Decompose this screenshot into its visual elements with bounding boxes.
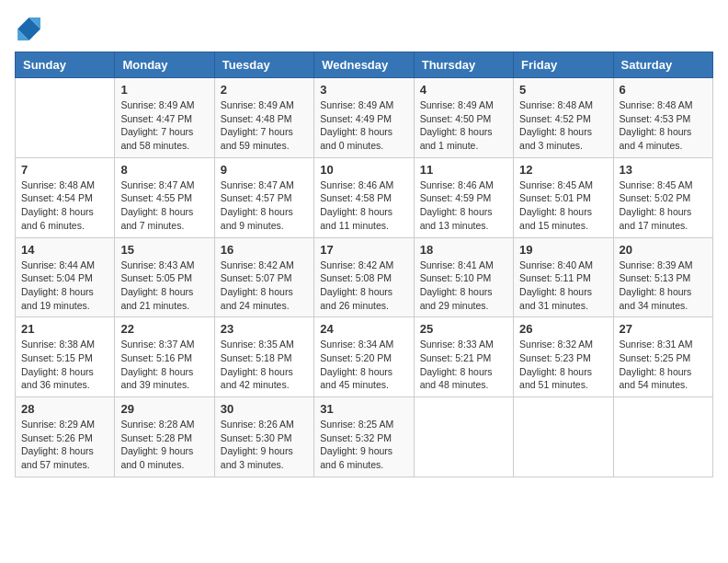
day-cell: 5Sunrise: 8:48 AM Sunset: 4:52 PM Daylig… [514, 78, 613, 158]
day-cell [16, 78, 115, 158]
day-number: 21 [21, 322, 108, 336]
logo [15, 15, 44, 40]
day-info: Sunrise: 8:26 AM Sunset: 5:30 PM Dayligh… [221, 418, 308, 472]
day-number: 4 [420, 83, 507, 97]
day-cell: 24Sunrise: 8:34 AM Sunset: 5:20 PM Dayli… [314, 317, 414, 397]
day-info: Sunrise: 8:47 AM Sunset: 4:57 PM Dayligh… [221, 178, 308, 233]
day-info: Sunrise: 8:49 AM Sunset: 4:50 PM Dayligh… [420, 98, 507, 153]
day-cell: 25Sunrise: 8:33 AM Sunset: 5:21 PM Dayli… [414, 317, 513, 397]
day-cell: 8Sunrise: 8:47 AM Sunset: 4:55 PM Daylig… [115, 157, 214, 237]
day-number: 15 [120, 243, 208, 257]
day-info: Sunrise: 8:35 AM Sunset: 5:18 PM Dayligh… [221, 338, 308, 392]
day-cell: 14Sunrise: 8:44 AM Sunset: 5:04 PM Dayli… [16, 237, 115, 317]
day-info: Sunrise: 8:49 AM Sunset: 4:47 PM Dayligh… [120, 98, 208, 153]
day-info: Sunrise: 8:25 AM Sunset: 5:32 PM Dayligh… [320, 418, 407, 472]
day-number: 1 [120, 83, 208, 97]
day-cell [613, 397, 712, 477]
day-number: 18 [420, 243, 507, 257]
day-cell: 21Sunrise: 8:38 AM Sunset: 5:15 PM Dayli… [16, 317, 115, 397]
day-number: 30 [221, 402, 308, 416]
day-cell [414, 397, 513, 477]
day-number: 9 [221, 163, 308, 177]
day-cell: 9Sunrise: 8:47 AM Sunset: 4:57 PM Daylig… [214, 157, 313, 237]
header-day-saturday: Saturday [613, 52, 712, 78]
day-cell: 4Sunrise: 8:49 AM Sunset: 4:50 PM Daylig… [414, 78, 513, 158]
day-info: Sunrise: 8:31 AM Sunset: 5:25 PM Dayligh… [620, 338, 707, 392]
day-cell: 6Sunrise: 8:48 AM Sunset: 4:53 PM Daylig… [613, 78, 712, 158]
day-number: 27 [620, 322, 707, 336]
logo-icon [15, 15, 40, 40]
day-cell: 22Sunrise: 8:37 AM Sunset: 5:16 PM Dayli… [115, 317, 214, 397]
day-number: 5 [519, 83, 607, 97]
day-number: 22 [120, 322, 208, 336]
day-cell: 23Sunrise: 8:35 AM Sunset: 5:18 PM Dayli… [214, 317, 313, 397]
day-number: 23 [221, 322, 308, 336]
day-info: Sunrise: 8:42 AM Sunset: 5:07 PM Dayligh… [221, 259, 308, 313]
calendar: SundayMondayTuesdayWednesdayThursdayFrid… [15, 52, 713, 477]
calendar-header: SundayMondayTuesdayWednesdayThursdayFrid… [16, 52, 713, 78]
header-day-sunday: Sunday [16, 52, 115, 78]
day-cell: 1Sunrise: 8:49 AM Sunset: 4:47 PM Daylig… [115, 78, 214, 158]
day-info: Sunrise: 8:48 AM Sunset: 4:52 PM Dayligh… [519, 98, 607, 153]
day-cell: 26Sunrise: 8:32 AM Sunset: 5:23 PM Dayli… [514, 317, 613, 397]
week-row-2: 14Sunrise: 8:44 AM Sunset: 5:04 PM Dayli… [16, 237, 713, 317]
day-number: 16 [221, 243, 308, 257]
day-info: Sunrise: 8:49 AM Sunset: 4:49 PM Dayligh… [320, 98, 407, 153]
calendar-body: 1Sunrise: 8:49 AM Sunset: 4:47 PM Daylig… [16, 78, 713, 477]
day-number: 6 [620, 83, 707, 97]
day-number: 11 [420, 163, 507, 177]
week-row-0: 1Sunrise: 8:49 AM Sunset: 4:47 PM Daylig… [16, 78, 713, 158]
day-cell: 16Sunrise: 8:42 AM Sunset: 5:07 PM Dayli… [214, 237, 313, 317]
day-cell: 28Sunrise: 8:29 AM Sunset: 5:26 PM Dayli… [16, 397, 115, 477]
header-day-monday: Monday [115, 52, 214, 78]
day-cell: 30Sunrise: 8:26 AM Sunset: 5:30 PM Dayli… [214, 397, 313, 477]
week-row-3: 21Sunrise: 8:38 AM Sunset: 5:15 PM Dayli… [16, 317, 713, 397]
day-info: Sunrise: 8:44 AM Sunset: 5:04 PM Dayligh… [21, 259, 108, 313]
week-row-4: 28Sunrise: 8:29 AM Sunset: 5:26 PM Dayli… [16, 397, 713, 477]
day-number: 8 [120, 163, 208, 177]
day-cell: 29Sunrise: 8:28 AM Sunset: 5:28 PM Dayli… [115, 397, 214, 477]
day-number: 26 [519, 322, 607, 336]
day-cell: 27Sunrise: 8:31 AM Sunset: 5:25 PM Dayli… [613, 317, 712, 397]
day-number: 24 [320, 322, 407, 336]
day-number: 12 [519, 163, 607, 177]
day-number: 28 [21, 402, 108, 416]
day-info: Sunrise: 8:39 AM Sunset: 5:13 PM Dayligh… [620, 259, 707, 313]
day-number: 13 [620, 163, 707, 177]
day-info: Sunrise: 8:43 AM Sunset: 5:05 PM Dayligh… [120, 259, 208, 313]
header-day-thursday: Thursday [414, 52, 513, 78]
day-number: 17 [320, 243, 407, 257]
day-number: 25 [420, 322, 507, 336]
day-info: Sunrise: 8:37 AM Sunset: 5:16 PM Dayligh… [120, 338, 208, 392]
header-day-wednesday: Wednesday [314, 52, 414, 78]
day-info: Sunrise: 8:46 AM Sunset: 4:58 PM Dayligh… [320, 178, 407, 233]
day-cell: 20Sunrise: 8:39 AM Sunset: 5:13 PM Dayli… [613, 237, 712, 317]
header-row: SundayMondayTuesdayWednesdayThursdayFrid… [16, 52, 713, 78]
day-info: Sunrise: 8:45 AM Sunset: 5:01 PM Dayligh… [519, 178, 607, 233]
day-cell: 17Sunrise: 8:42 AM Sunset: 5:08 PM Dayli… [314, 237, 414, 317]
day-cell: 18Sunrise: 8:41 AM Sunset: 5:10 PM Dayli… [414, 237, 513, 317]
day-cell: 19Sunrise: 8:40 AM Sunset: 5:11 PM Dayli… [514, 237, 613, 317]
day-info: Sunrise: 8:45 AM Sunset: 5:02 PM Dayligh… [620, 178, 707, 233]
header-day-tuesday: Tuesday [214, 52, 313, 78]
day-info: Sunrise: 8:46 AM Sunset: 4:59 PM Dayligh… [420, 178, 507, 233]
day-cell: 13Sunrise: 8:45 AM Sunset: 5:02 PM Dayli… [613, 157, 712, 237]
day-info: Sunrise: 8:49 AM Sunset: 4:48 PM Dayligh… [221, 98, 308, 153]
week-row-1: 7Sunrise: 8:48 AM Sunset: 4:54 PM Daylig… [16, 157, 713, 237]
day-number: 20 [620, 243, 707, 257]
day-info: Sunrise: 8:42 AM Sunset: 5:08 PM Dayligh… [320, 259, 407, 313]
day-number: 3 [320, 83, 407, 97]
header-day-friday: Friday [514, 52, 613, 78]
day-cell [514, 397, 613, 477]
day-info: Sunrise: 8:48 AM Sunset: 4:54 PM Dayligh… [21, 178, 108, 233]
day-cell: 11Sunrise: 8:46 AM Sunset: 4:59 PM Dayli… [414, 157, 513, 237]
day-info: Sunrise: 8:41 AM Sunset: 5:10 PM Dayligh… [420, 259, 507, 313]
day-info: Sunrise: 8:28 AM Sunset: 5:28 PM Dayligh… [120, 418, 208, 472]
day-cell: 2Sunrise: 8:49 AM Sunset: 4:48 PM Daylig… [214, 78, 313, 158]
day-cell: 31Sunrise: 8:25 AM Sunset: 5:32 PM Dayli… [314, 397, 414, 477]
page-header [15, 15, 713, 40]
day-info: Sunrise: 8:40 AM Sunset: 5:11 PM Dayligh… [519, 259, 607, 313]
day-info: Sunrise: 8:34 AM Sunset: 5:20 PM Dayligh… [320, 338, 407, 392]
day-cell: 15Sunrise: 8:43 AM Sunset: 5:05 PM Dayli… [115, 237, 214, 317]
day-number: 10 [320, 163, 407, 177]
